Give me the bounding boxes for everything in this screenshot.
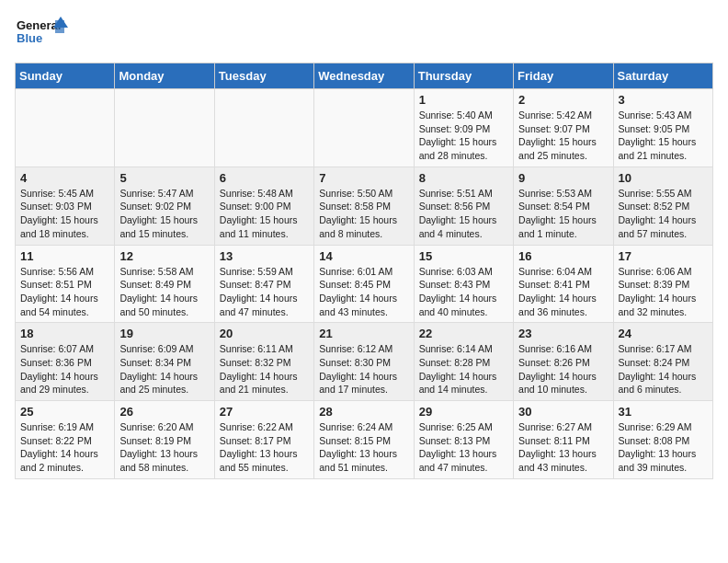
calendar-cell (16, 89, 115, 167)
calendar-body: 1Sunrise: 5:40 AM Sunset: 9:09 PM Daylig… (16, 89, 713, 479)
calendar-cell: 11Sunrise: 5:56 AM Sunset: 8:51 PM Dayli… (16, 245, 115, 323)
calendar-cell: 20Sunrise: 6:11 AM Sunset: 8:32 PM Dayli… (214, 323, 313, 401)
day-info: Sunrise: 5:59 AM Sunset: 8:47 PM Dayligh… (220, 265, 309, 319)
day-number: 3 (619, 93, 708, 107)
calendar-cell: 18Sunrise: 6:07 AM Sunset: 8:36 PM Dayli… (16, 323, 115, 401)
weekday-header-friday: Friday (514, 63, 613, 89)
day-info: Sunrise: 6:09 AM Sunset: 8:34 PM Dayligh… (119, 342, 209, 396)
day-info: Sunrise: 6:25 AM Sunset: 8:13 PM Dayligh… (419, 420, 508, 475)
weekday-row: SundayMondayTuesdayWednesdayThursdayFrid… (16, 63, 713, 89)
calendar-cell: 24Sunrise: 6:17 AM Sunset: 8:24 PM Dayli… (613, 323, 712, 401)
logo: General Blue (15, 15, 70, 55)
day-info: Sunrise: 6:22 AM Sunset: 8:17 PM Dayligh… (220, 420, 309, 475)
day-number: 20 (220, 327, 309, 340)
calendar-week-row: 25Sunrise: 6:19 AM Sunset: 8:22 PM Dayli… (16, 401, 713, 479)
day-info: Sunrise: 5:42 AM Sunset: 9:07 PM Dayligh… (518, 109, 608, 163)
calendar-cell: 25Sunrise: 6:19 AM Sunset: 8:22 PM Dayli… (16, 401, 115, 479)
weekday-header-wednesday: Wednesday (314, 63, 414, 89)
calendar-cell: 8Sunrise: 5:51 AM Sunset: 8:56 PM Daylig… (414, 167, 513, 245)
calendar-cell: 9Sunrise: 5:53 AM Sunset: 8:54 PM Daylig… (514, 167, 613, 245)
calendar-cell: 17Sunrise: 6:06 AM Sunset: 8:39 PM Dayli… (613, 245, 712, 323)
day-info: Sunrise: 6:03 AM Sunset: 8:43 PM Dayligh… (419, 265, 508, 319)
calendar-cell: 2Sunrise: 5:42 AM Sunset: 9:07 PM Daylig… (514, 89, 613, 167)
day-info: Sunrise: 6:24 AM Sunset: 8:15 PM Dayligh… (319, 420, 408, 475)
day-info: Sunrise: 6:16 AM Sunset: 8:26 PM Dayligh… (518, 342, 608, 396)
calendar-cell: 7Sunrise: 5:50 AM Sunset: 8:58 PM Daylig… (314, 167, 414, 245)
day-number: 25 (20, 405, 109, 419)
day-number: 22 (419, 327, 508, 340)
day-info: Sunrise: 6:27 AM Sunset: 8:11 PM Dayligh… (518, 420, 608, 475)
day-number: 18 (20, 327, 109, 340)
calendar-cell: 3Sunrise: 5:43 AM Sunset: 9:05 PM Daylig… (613, 89, 712, 167)
day-info: Sunrise: 6:11 AM Sunset: 8:32 PM Dayligh… (220, 342, 309, 396)
calendar-week-row: 4Sunrise: 5:45 AM Sunset: 9:03 PM Daylig… (16, 167, 713, 245)
day-info: Sunrise: 5:51 AM Sunset: 8:56 PM Dayligh… (419, 187, 508, 241)
calendar-week-row: 11Sunrise: 5:56 AM Sunset: 8:51 PM Dayli… (16, 245, 713, 323)
day-number: 28 (319, 405, 408, 419)
weekday-header-tuesday: Tuesday (214, 63, 313, 89)
weekday-header-saturday: Saturday (613, 63, 712, 89)
calendar-cell: 15Sunrise: 6:03 AM Sunset: 8:43 PM Dayli… (414, 245, 513, 323)
day-info: Sunrise: 6:12 AM Sunset: 8:30 PM Dayligh… (319, 342, 408, 396)
day-number: 19 (119, 327, 209, 340)
calendar-cell: 16Sunrise: 6:04 AM Sunset: 8:41 PM Dayli… (514, 245, 613, 323)
calendar-cell (214, 89, 313, 167)
svg-text:General: General (17, 18, 61, 32)
calendar-cell: 22Sunrise: 6:14 AM Sunset: 8:28 PM Dayli… (414, 323, 513, 401)
calendar-week-row: 1Sunrise: 5:40 AM Sunset: 9:09 PM Daylig… (16, 89, 713, 167)
calendar-cell: 30Sunrise: 6:27 AM Sunset: 8:11 PM Dayli… (514, 401, 613, 479)
day-number: 10 (619, 171, 708, 185)
day-info: Sunrise: 5:48 AM Sunset: 9:00 PM Dayligh… (220, 187, 309, 241)
calendar-cell (314, 89, 414, 167)
calendar-cell: 26Sunrise: 6:20 AM Sunset: 8:19 PM Dayli… (115, 401, 214, 479)
day-info: Sunrise: 6:20 AM Sunset: 8:19 PM Dayligh… (119, 420, 209, 475)
day-number: 1 (419, 93, 508, 107)
day-number: 24 (619, 327, 708, 340)
day-info: Sunrise: 6:17 AM Sunset: 8:24 PM Dayligh… (619, 342, 708, 396)
day-number: 16 (518, 249, 608, 263)
calendar-cell: 28Sunrise: 6:24 AM Sunset: 8:15 PM Dayli… (314, 401, 414, 479)
calendar-cell: 4Sunrise: 5:45 AM Sunset: 9:03 PM Daylig… (16, 167, 115, 245)
day-info: Sunrise: 5:43 AM Sunset: 9:05 PM Dayligh… (619, 109, 708, 163)
calendar-cell: 5Sunrise: 5:47 AM Sunset: 9:02 PM Daylig… (115, 167, 214, 245)
day-number: 26 (119, 405, 209, 419)
day-info: Sunrise: 6:04 AM Sunset: 8:41 PM Dayligh… (518, 265, 608, 319)
day-info: Sunrise: 5:45 AM Sunset: 9:03 PM Dayligh… (20, 187, 109, 241)
day-info: Sunrise: 5:40 AM Sunset: 9:09 PM Dayligh… (419, 109, 508, 163)
day-number: 17 (619, 249, 708, 263)
day-info: Sunrise: 6:14 AM Sunset: 8:28 PM Dayligh… (419, 342, 508, 396)
calendar-header: SundayMondayTuesdayWednesdayThursdayFrid… (16, 63, 713, 89)
day-info: Sunrise: 5:56 AM Sunset: 8:51 PM Dayligh… (20, 265, 109, 319)
calendar-cell: 21Sunrise: 6:12 AM Sunset: 8:30 PM Dayli… (314, 323, 414, 401)
calendar-cell: 6Sunrise: 5:48 AM Sunset: 9:00 PM Daylig… (214, 167, 313, 245)
day-info: Sunrise: 5:55 AM Sunset: 8:52 PM Dayligh… (619, 187, 708, 241)
day-info: Sunrise: 6:06 AM Sunset: 8:39 PM Dayligh… (619, 265, 708, 319)
day-number: 7 (319, 171, 408, 185)
day-number: 13 (220, 249, 309, 263)
day-number: 27 (220, 405, 309, 419)
calendar-cell: 14Sunrise: 6:01 AM Sunset: 8:45 PM Dayli… (314, 245, 414, 323)
day-info: Sunrise: 6:29 AM Sunset: 8:08 PM Dayligh… (619, 420, 708, 475)
calendar-cell: 19Sunrise: 6:09 AM Sunset: 8:34 PM Dayli… (115, 323, 214, 401)
day-number: 8 (419, 171, 508, 185)
day-info: Sunrise: 6:01 AM Sunset: 8:45 PM Dayligh… (319, 265, 408, 319)
calendar-cell: 27Sunrise: 6:22 AM Sunset: 8:17 PM Dayli… (214, 401, 313, 479)
weekday-header-sunday: Sunday (16, 63, 115, 89)
calendar-cell: 12Sunrise: 5:58 AM Sunset: 8:49 PM Dayli… (115, 245, 214, 323)
day-number: 31 (619, 405, 708, 419)
day-number: 11 (20, 249, 109, 263)
calendar-cell: 13Sunrise: 5:59 AM Sunset: 8:47 PM Dayli… (214, 245, 313, 323)
svg-text:Blue: Blue (17, 31, 42, 45)
day-number: 6 (220, 171, 309, 185)
day-info: Sunrise: 5:47 AM Sunset: 9:02 PM Dayligh… (119, 187, 209, 241)
logo-svg: General Blue (15, 15, 70, 55)
calendar-cell: 31Sunrise: 6:29 AM Sunset: 8:08 PM Dayli… (613, 401, 712, 479)
day-number: 2 (518, 93, 608, 107)
weekday-header-thursday: Thursday (414, 63, 513, 89)
day-number: 21 (319, 327, 408, 340)
day-number: 29 (419, 405, 508, 419)
day-number: 12 (119, 249, 209, 263)
calendar-week-row: 18Sunrise: 6:07 AM Sunset: 8:36 PM Dayli… (16, 323, 713, 401)
day-number: 30 (518, 405, 608, 419)
day-number: 4 (20, 171, 109, 185)
